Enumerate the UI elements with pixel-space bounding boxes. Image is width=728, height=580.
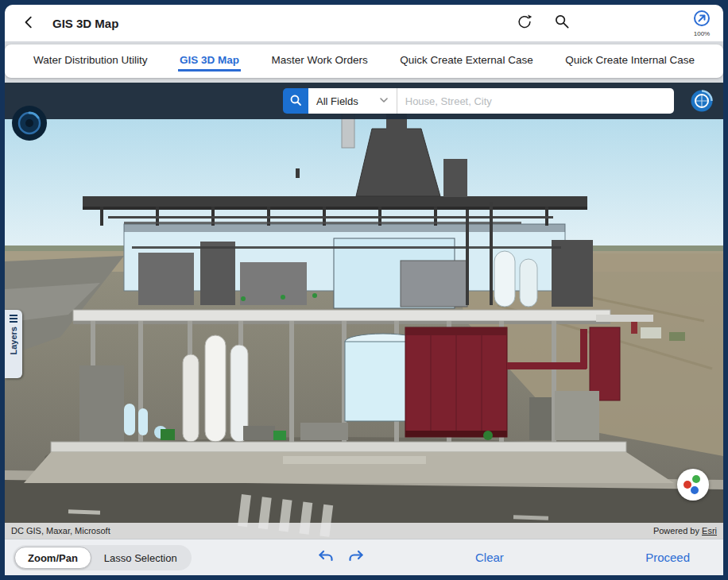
aperture-logo-icon xyxy=(11,130,48,144)
map-search-submit-button[interactable] xyxy=(283,88,308,114)
map-3d-canvas[interactable] xyxy=(5,83,723,539)
map-logo xyxy=(11,105,48,141)
device-frame: GIS 3D Map xyxy=(0,0,728,580)
map-container: All Fields xyxy=(5,83,723,539)
layers-menu-icon xyxy=(10,315,17,323)
esri-link[interactable]: Esri xyxy=(702,526,717,536)
locator-globe-button[interactable] xyxy=(690,89,714,113)
tab-bar: Water Distribution Utility GIS 3D Map Ma… xyxy=(5,44,723,78)
globe-icon xyxy=(690,103,714,115)
field-selector-value: All Fields xyxy=(316,95,358,107)
bottom-toolbar: Zoom/Pan Lasso Selection xyxy=(5,539,723,575)
zoom-arrow-icon xyxy=(693,10,711,29)
attribution-sources: DC GIS, Maxar, Microsoft xyxy=(11,526,110,536)
search-button[interactable] xyxy=(551,10,574,36)
chevron-left-icon xyxy=(22,15,37,32)
tab-water-distribution-utility[interactable]: Water Distribution Utility xyxy=(27,44,154,78)
field-selector-dropdown[interactable]: All Fields xyxy=(308,88,397,114)
search-icon xyxy=(289,94,302,109)
history-controls xyxy=(316,547,366,569)
clear-button[interactable]: Clear xyxy=(470,539,509,575)
tab-master-work-orders[interactable]: Master Work Orders xyxy=(265,44,374,78)
attribution-powered-by: Powered by Esri xyxy=(653,526,717,536)
refresh-button[interactable] xyxy=(513,10,536,37)
layers-label: Layers xyxy=(9,327,18,354)
zoom-level-label: 100% xyxy=(694,30,710,37)
map-search-widget: All Fields xyxy=(283,88,674,114)
basemap-picker-button[interactable] xyxy=(677,469,709,501)
zoom-level-button[interactable]: 100% xyxy=(691,8,712,39)
proceed-button[interactable]: Proceed xyxy=(641,539,695,575)
page-title: GIS 3D Map xyxy=(52,17,118,30)
back-button[interactable] xyxy=(19,12,40,35)
redo-button[interactable] xyxy=(347,547,366,569)
tab-quick-create-internal-case[interactable]: Quick Create Internal Case xyxy=(559,44,701,78)
app-window: GIS 3D Map xyxy=(5,5,723,575)
undo-icon xyxy=(316,547,335,569)
map-mode-segmented-control: Zoom/Pan Lasso Selection xyxy=(13,545,192,570)
map-toolbar: All Fields xyxy=(5,83,723,119)
tab-quick-create-external-case[interactable]: Quick Create External Case xyxy=(393,44,539,78)
map-attribution: DC GIS, Maxar, Microsoft Powered by Esri xyxy=(5,523,723,539)
search-icon xyxy=(554,14,571,33)
zoom-pan-button[interactable]: Zoom/Pan xyxy=(14,547,91,569)
layers-panel-handle[interactable]: Layers xyxy=(5,310,22,378)
tab-gis-3d-map[interactable]: GIS 3D Map xyxy=(173,44,246,78)
lasso-selection-button[interactable]: Lasso Selection xyxy=(91,547,190,569)
address-search-input[interactable] xyxy=(397,95,674,107)
refresh-icon xyxy=(516,14,533,33)
redo-icon xyxy=(347,547,366,569)
undo-button[interactable] xyxy=(316,547,335,569)
app-header: GIS 3D Map xyxy=(5,5,723,41)
chevron-down-icon xyxy=(379,95,389,107)
basemap-dots-icon xyxy=(677,491,709,503)
